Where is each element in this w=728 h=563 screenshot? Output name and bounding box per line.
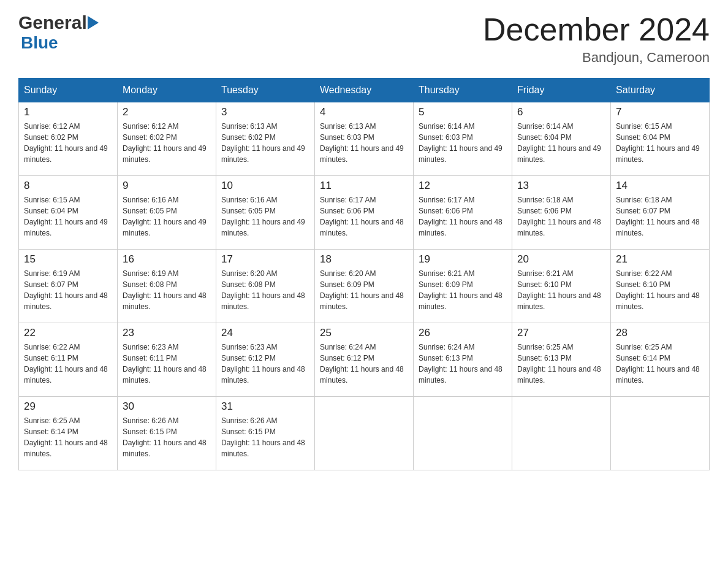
day-cell-23: 23Sunrise: 6:23 AMSunset: 6:11 PMDayligh…	[118, 323, 216, 397]
day-cell-14: 14Sunrise: 6:18 AMSunset: 6:07 PMDayligh…	[611, 176, 710, 250]
day-number: 30	[123, 400, 211, 413]
day-info: Sunrise: 6:17 AMSunset: 6:06 PMDaylight:…	[320, 194, 408, 239]
day-number: 7	[616, 106, 704, 118]
empty-cell	[611, 397, 710, 470]
day-cell-25: 25Sunrise: 6:24 AMSunset: 6:12 PMDayligh…	[315, 323, 414, 397]
day-number: 6	[517, 106, 605, 118]
day-number: 22	[24, 327, 112, 339]
weekday-header-thursday: Thursday	[414, 79, 512, 102]
header: General Blue December 2024 Bandjoun, Cam…	[18, 12, 710, 66]
day-cell-7: 7Sunrise: 6:15 AMSunset: 6:04 PMDaylight…	[611, 102, 710, 176]
day-number: 16	[123, 253, 211, 266]
day-number: 9	[123, 180, 211, 192]
day-cell-20: 20Sunrise: 6:21 AMSunset: 6:10 PMDayligh…	[512, 250, 611, 323]
empty-cell	[315, 397, 414, 470]
day-cell-10: 10Sunrise: 6:16 AMSunset: 6:05 PMDayligh…	[216, 176, 315, 250]
day-number: 18	[320, 253, 408, 266]
week-row-5: 29Sunrise: 6:25 AMSunset: 6:14 PMDayligh…	[19, 397, 710, 470]
day-cell-27: 27Sunrise: 6:25 AMSunset: 6:13 PMDayligh…	[512, 323, 611, 397]
day-number: 31	[221, 400, 309, 413]
day-info: Sunrise: 6:21 AMSunset: 6:09 PMDaylight:…	[419, 268, 507, 312]
day-number: 23	[123, 327, 211, 339]
calendar-body: 1Sunrise: 6:12 AMSunset: 6:02 PMDaylight…	[19, 102, 710, 470]
day-info: Sunrise: 6:20 AMSunset: 6:08 PMDaylight:…	[221, 268, 309, 312]
weekday-row: SundayMondayTuesdayWednesdayThursdayFrid…	[19, 79, 710, 102]
day-number: 10	[221, 180, 309, 192]
day-cell-12: 12Sunrise: 6:17 AMSunset: 6:06 PMDayligh…	[414, 176, 512, 250]
day-number: 24	[221, 327, 309, 339]
day-cell-15: 15Sunrise: 6:19 AMSunset: 6:07 PMDayligh…	[19, 250, 118, 323]
day-info: Sunrise: 6:23 AMSunset: 6:12 PMDaylight:…	[221, 342, 309, 386]
day-number: 14	[616, 180, 704, 192]
day-info: Sunrise: 6:23 AMSunset: 6:11 PMDaylight:…	[123, 342, 211, 386]
day-cell-24: 24Sunrise: 6:23 AMSunset: 6:12 PMDayligh…	[216, 323, 315, 397]
day-number: 5	[419, 106, 507, 118]
day-cell-6: 6Sunrise: 6:14 AMSunset: 6:04 PMDaylight…	[512, 102, 611, 176]
day-cell-30: 30Sunrise: 6:26 AMSunset: 6:15 PMDayligh…	[118, 397, 216, 470]
day-number: 12	[419, 180, 507, 192]
day-number: 26	[419, 327, 507, 339]
day-cell-22: 22Sunrise: 6:22 AMSunset: 6:11 PMDayligh…	[19, 323, 118, 397]
location-title: Bandjoun, Cameroon	[483, 50, 710, 66]
week-row-4: 22Sunrise: 6:22 AMSunset: 6:11 PMDayligh…	[19, 323, 710, 397]
day-info: Sunrise: 6:19 AMSunset: 6:08 PMDaylight:…	[123, 268, 211, 312]
day-number: 1	[24, 106, 112, 118]
day-number: 13	[517, 180, 605, 192]
day-cell-31: 31Sunrise: 6:26 AMSunset: 6:15 PMDayligh…	[216, 397, 315, 470]
day-cell-5: 5Sunrise: 6:14 AMSunset: 6:03 PMDaylight…	[414, 102, 512, 176]
day-cell-28: 28Sunrise: 6:25 AMSunset: 6:14 PMDayligh…	[611, 323, 710, 397]
day-cell-9: 9Sunrise: 6:16 AMSunset: 6:05 PMDaylight…	[118, 176, 216, 250]
day-info: Sunrise: 6:22 AMSunset: 6:11 PMDaylight:…	[24, 342, 112, 386]
day-info: Sunrise: 6:18 AMSunset: 6:07 PMDaylight:…	[616, 194, 704, 239]
day-info: Sunrise: 6:25 AMSunset: 6:13 PMDaylight:…	[517, 342, 605, 386]
weekday-header-friday: Friday	[512, 79, 611, 102]
day-number: 11	[320, 180, 408, 192]
day-cell-18: 18Sunrise: 6:20 AMSunset: 6:09 PMDayligh…	[315, 250, 414, 323]
day-cell-3: 3Sunrise: 6:13 AMSunset: 6:02 PMDaylight…	[216, 102, 315, 176]
day-cell-29: 29Sunrise: 6:25 AMSunset: 6:14 PMDayligh…	[19, 397, 118, 470]
title-area: December 2024 Bandjoun, Cameroon	[483, 12, 710, 66]
day-info: Sunrise: 6:12 AMSunset: 6:02 PMDaylight:…	[123, 121, 211, 165]
logo: General Blue	[18, 12, 99, 53]
day-info: Sunrise: 6:14 AMSunset: 6:04 PMDaylight:…	[517, 121, 605, 165]
day-number: 21	[616, 253, 704, 266]
day-number: 17	[221, 253, 309, 266]
empty-cell	[512, 397, 611, 470]
calendar-table: SundayMondayTuesdayWednesdayThursdayFrid…	[18, 78, 710, 470]
day-cell-17: 17Sunrise: 6:20 AMSunset: 6:08 PMDayligh…	[216, 250, 315, 323]
logo-icon-area: General	[18, 12, 99, 33]
day-info: Sunrise: 6:19 AMSunset: 6:07 PMDaylight:…	[24, 268, 112, 312]
day-cell-4: 4Sunrise: 6:13 AMSunset: 6:03 PMDaylight…	[315, 102, 414, 176]
day-info: Sunrise: 6:20 AMSunset: 6:09 PMDaylight:…	[320, 268, 408, 312]
day-cell-13: 13Sunrise: 6:18 AMSunset: 6:06 PMDayligh…	[512, 176, 611, 250]
day-info: Sunrise: 6:14 AMSunset: 6:03 PMDaylight:…	[419, 121, 507, 165]
day-info: Sunrise: 6:16 AMSunset: 6:05 PMDaylight:…	[123, 194, 211, 239]
day-info: Sunrise: 6:15 AMSunset: 6:04 PMDaylight:…	[24, 194, 112, 239]
day-info: Sunrise: 6:25 AMSunset: 6:14 PMDaylight:…	[616, 342, 704, 386]
day-cell-11: 11Sunrise: 6:17 AMSunset: 6:06 PMDayligh…	[315, 176, 414, 250]
logo-blue-text: Blue	[21, 33, 58, 52]
day-number: 15	[24, 253, 112, 266]
day-cell-26: 26Sunrise: 6:24 AMSunset: 6:13 PMDayligh…	[414, 323, 512, 397]
weekday-header-tuesday: Tuesday	[216, 79, 315, 102]
day-cell-16: 16Sunrise: 6:19 AMSunset: 6:08 PMDayligh…	[118, 250, 216, 323]
day-info: Sunrise: 6:24 AMSunset: 6:13 PMDaylight:…	[419, 342, 507, 386]
logo-general-text: General	[18, 12, 87, 33]
weekday-header-wednesday: Wednesday	[315, 79, 414, 102]
day-info: Sunrise: 6:26 AMSunset: 6:15 PMDaylight:…	[123, 415, 211, 459]
day-cell-8: 8Sunrise: 6:15 AMSunset: 6:04 PMDaylight…	[19, 176, 118, 250]
day-number: 27	[517, 327, 605, 339]
month-title: December 2024	[483, 12, 710, 47]
week-row-1: 1Sunrise: 6:12 AMSunset: 6:02 PMDaylight…	[19, 102, 710, 176]
week-row-3: 15Sunrise: 6:19 AMSunset: 6:07 PMDayligh…	[19, 250, 710, 323]
day-info: Sunrise: 6:25 AMSunset: 6:14 PMDaylight:…	[24, 415, 112, 459]
day-number: 8	[24, 180, 112, 192]
empty-cell	[414, 397, 512, 470]
day-number: 4	[320, 106, 408, 118]
day-cell-21: 21Sunrise: 6:22 AMSunset: 6:10 PMDayligh…	[611, 250, 710, 323]
day-info: Sunrise: 6:24 AMSunset: 6:12 PMDaylight:…	[320, 342, 408, 386]
day-info: Sunrise: 6:17 AMSunset: 6:06 PMDaylight:…	[419, 194, 507, 239]
day-number: 29	[24, 400, 112, 413]
day-info: Sunrise: 6:22 AMSunset: 6:10 PMDaylight:…	[616, 268, 704, 312]
day-info: Sunrise: 6:12 AMSunset: 6:02 PMDaylight:…	[24, 121, 112, 165]
